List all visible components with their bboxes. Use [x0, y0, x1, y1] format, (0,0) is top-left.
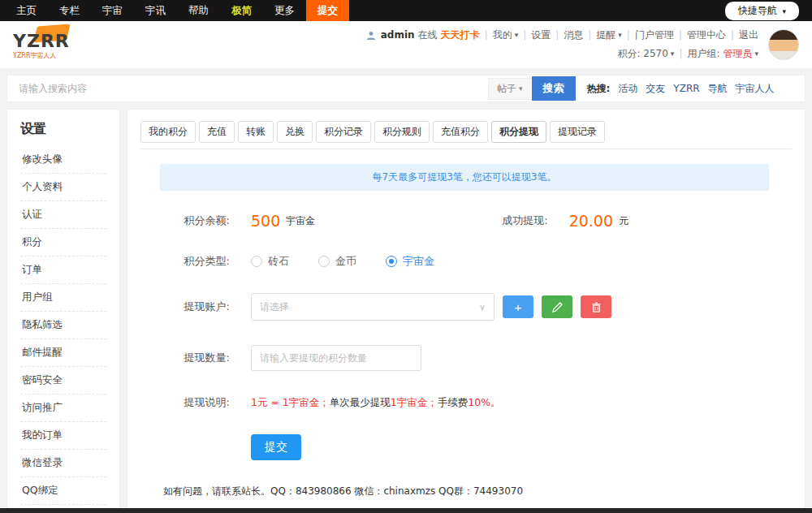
- tab-points-rules[interactable]: 积分规则: [374, 121, 430, 143]
- hot-link-yzrr-people[interactable]: 宇宙人人: [736, 82, 775, 96]
- search-button[interactable]: 搜索: [532, 76, 576, 101]
- radio-option-universe-gold[interactable]: 宇宙金: [386, 254, 434, 269]
- delete-account-button[interactable]: [581, 295, 611, 318]
- nav-item-universe[interactable]: 宇宙: [91, 0, 134, 21]
- balance-label: 积分余额:: [173, 213, 230, 228]
- tab-my-points[interactable]: 我的积分: [140, 121, 196, 143]
- radio-option-diamond[interactable]: 砖石: [251, 254, 289, 269]
- tab-recharge[interactable]: 充值: [199, 121, 235, 143]
- sidebar-item-my-orders[interactable]: 我的订单: [20, 422, 106, 450]
- tab-withdraw-log[interactable]: 提现记录: [550, 121, 605, 143]
- tab-bar: 我的积分 充值 转账 兑换 积分记录 积分规则 充值积分 积分提现 提现记录: [140, 121, 792, 149]
- withdrawn-label: 成功提现:: [502, 213, 547, 228]
- radio-icon: [251, 256, 262, 267]
- sidebar-item-password[interactable]: 密码安全: [20, 367, 106, 394]
- radio-icon-selected: [386, 256, 397, 267]
- tab-points-log[interactable]: 积分记录: [316, 121, 371, 143]
- points-dropdown[interactable]: 积分: 2570: [617, 45, 667, 63]
- add-account-button[interactable]: +: [503, 295, 533, 318]
- search-input[interactable]: [17, 79, 488, 98]
- caret-down-icon: ▾: [671, 47, 675, 61]
- sidebar-item-profile[interactable]: 个人资料: [20, 174, 106, 201]
- site-logo[interactable]: YZRR YZRR宇宙人人: [13, 31, 70, 60]
- menu-logout[interactable]: 退出: [739, 26, 758, 45]
- nav-item-submit[interactable]: 提交: [306, 0, 349, 21]
- menu-messages[interactable]: 消息: [564, 26, 583, 45]
- edit-account-button[interactable]: [542, 295, 572, 318]
- note-segment: 单次最少提现: [330, 396, 391, 410]
- caret-down-icon: ▾: [515, 28, 519, 42]
- top-nav: 主页 专栏 宇宙 宇讯 帮助 极简 更多 提交 快捷导航 ▾: [0, 0, 812, 21]
- quantity-input[interactable]: [251, 345, 421, 371]
- divider: [627, 26, 630, 45]
- nav-item-news[interactable]: 宇讯: [134, 0, 177, 21]
- nav-item-column[interactable]: 专栏: [48, 0, 91, 21]
- note-segment: 1宇宙金；: [391, 396, 438, 410]
- sidebar-item-verify[interactable]: 认证: [20, 201, 106, 229]
- search-bar: 帖子 ▾ 搜索 热搜: 活动 交友 YZRR 导航 宇宙人人: [6, 75, 806, 102]
- radio-label: 砖石: [268, 254, 289, 269]
- quick-nav-button[interactable]: 快捷导航 ▾: [725, 2, 799, 20]
- withdrawn-value: 20.00: [569, 212, 613, 230]
- withdraw-quantity-row: 提现数量:: [173, 345, 792, 371]
- nav-item-more[interactable]: 更多: [263, 0, 306, 21]
- sidebar-item-privacy[interactable]: 隐私筛选: [20, 312, 106, 339]
- logo-text: YZRR: [13, 31, 70, 51]
- contact-footer: 如有问题，请联系站长。QQ：843980866 微信：chinaxmzs QQ群…: [140, 485, 792, 498]
- radio-option-gold[interactable]: 金币: [318, 254, 356, 269]
- menu-portal-admin[interactable]: 门户管理: [635, 26, 674, 45]
- sidebar-item-points[interactable]: 积分: [20, 229, 106, 256]
- points-type-label: 积分类型:: [173, 254, 230, 269]
- sidebar-item-qq[interactable]: QQ绑定: [20, 477, 106, 505]
- radio-label: 金币: [335, 254, 356, 269]
- user-menu-row: admin 在线 天天打卡 我的 ▾ 设置 消息 提醒 ▾ 门户管理: [366, 26, 758, 45]
- hot-link-nav[interactable]: 导航: [708, 82, 728, 96]
- user-icon: [366, 31, 376, 41]
- withdraw-notice: 每7天最多可提现3笔，您还可以提现3笔。: [160, 164, 769, 191]
- divider: [679, 45, 682, 63]
- settings-sidebar: 设置 修改头像 个人资料 认证 积分 订单 用户组 隐私筛选 邮件提醒 密码安全…: [6, 109, 120, 510]
- sidebar-item-orders[interactable]: 订单: [20, 256, 106, 284]
- divider: [731, 26, 734, 45]
- sidebar-item-promotion[interactable]: 访问推广: [20, 394, 106, 422]
- caret-down-icon: ▾: [618, 28, 622, 42]
- divider: [679, 26, 682, 45]
- sidebar-title: 设置: [20, 118, 106, 146]
- hot-link-activity[interactable]: 活动: [618, 82, 637, 96]
- balance-value: 500: [251, 212, 280, 230]
- account-select[interactable]: 请选择 ∨: [251, 293, 495, 321]
- nav-item-help[interactable]: 帮助: [177, 0, 220, 21]
- online-status: 在线: [418, 26, 438, 45]
- points-withdraw-panel: 我的积分 充值 转账 兑换 积分记录 积分规则 充值积分 积分提现 提现记录 每…: [127, 109, 806, 510]
- tab-transfer[interactable]: 转账: [238, 121, 274, 143]
- submit-button[interactable]: 提交: [251, 434, 301, 460]
- hot-link-yzrr[interactable]: YZRR: [673, 83, 699, 94]
- usergroup-value[interactable]: 管理员: [723, 45, 752, 63]
- tab-recharge-points[interactable]: 充值积分: [433, 121, 488, 143]
- page: 主页 专栏 宇宙 宇讯 帮助 极简 更多 提交 快捷导航 ▾ YZRR YZRR…: [0, 0, 812, 513]
- menu-mine[interactable]: 我的: [493, 26, 512, 45]
- tab-points-withdraw[interactable]: 积分提现: [491, 121, 546, 143]
- sidebar-item-mail-remind[interactable]: 邮件提醒: [20, 339, 106, 367]
- tab-exchange[interactable]: 兑换: [277, 121, 313, 143]
- edit-icon: [552, 302, 563, 313]
- search-type-dropdown[interactable]: 帖子 ▾: [488, 78, 532, 100]
- menu-reminders[interactable]: 提醒: [596, 26, 615, 45]
- sidebar-item-avatar[interactable]: 修改头像: [20, 146, 106, 174]
- hot-link-friends[interactable]: 交友: [646, 82, 665, 96]
- sidebar-item-wechat[interactable]: 微信登录: [20, 450, 106, 477]
- nav-item-minimal[interactable]: 极简: [220, 0, 263, 21]
- withdrawn-unit: 元: [619, 214, 628, 228]
- nav-item-home[interactable]: 主页: [5, 0, 48, 21]
- username[interactable]: admin: [381, 26, 415, 45]
- menu-admin-center[interactable]: 管理中心: [687, 26, 726, 45]
- bottom-bar: [0, 508, 812, 513]
- menu-settings[interactable]: 设置: [531, 26, 551, 45]
- header: YZRR YZRR宇宙人人 admin 在线 天天打卡 我的 ▾ 设置: [0, 21, 812, 68]
- withdraw-note-label: 提现说明:: [173, 395, 230, 410]
- sidebar-item-usergroup[interactable]: 用户组: [20, 284, 106, 312]
- withdraw-note-row: 提现说明: 1元 = 1宇宙金； 单次最少提现 1宇宙金； 手续费 10%。: [173, 395, 792, 410]
- points-type-row: 积分类型: 砖石 金币 宇宙金: [173, 254, 792, 269]
- avatar[interactable]: [768, 29, 799, 60]
- checkin-link[interactable]: 天天打卡: [441, 26, 480, 45]
